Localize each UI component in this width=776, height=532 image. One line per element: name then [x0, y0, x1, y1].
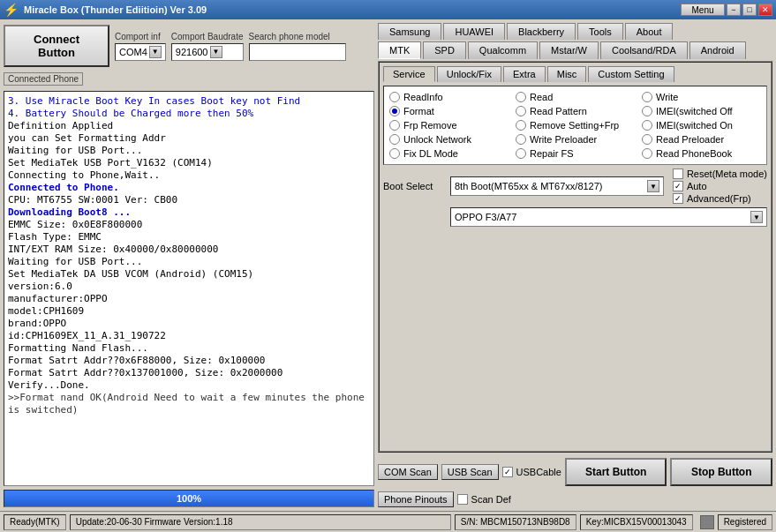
options-grid: ReadInfoReadWriteFormatRead PatternIMEI(…	[383, 86, 767, 165]
top-tab-huawei[interactable]: HUAWEI	[443, 23, 505, 40]
radio-label: Frp Remove	[403, 120, 457, 131]
log-line: Verify...Done.	[8, 379, 370, 392]
title-bar: ⚡ Miracle Box (Thunder Ediitioin) Ver 3.…	[0, 0, 776, 19]
radio-circle	[642, 148, 652, 159]
device-select-dropdown[interactable]: OPPO F3/A77 ▼	[450, 207, 767, 227]
scan-def-checkbox[interactable]: Scan Def	[457, 494, 511, 505]
mid-tab-spd[interactable]: SPD	[423, 41, 466, 59]
radio-circle	[516, 92, 526, 102]
boot-select-label: Boot Select	[383, 181, 445, 191]
radio-option-imei-switched-off[interactable]: IMEI(switched Off	[642, 106, 761, 116]
mid-tab-mtk[interactable]: MTK	[378, 41, 421, 59]
boot-select-dropdown[interactable]: 8th Boot(MT65xx & MT67xx/8127) ▼	[450, 176, 664, 196]
radio-label: Remove Setting+Frp	[530, 120, 619, 131]
sub-tab-extra[interactable]: Extra	[503, 66, 546, 82]
radio-option-unlock-network[interactable]: Unlock Network	[389, 134, 509, 145]
radio-label: Read Preloader	[656, 134, 724, 145]
boot-select-row: Boot Select 8th Boot(MT65xx & MT67xx/812…	[383, 169, 767, 204]
com-scan-button[interactable]: COM Scan	[378, 464, 438, 480]
radio-label: IMEI(switched On	[656, 120, 733, 131]
start-button[interactable]: Start Button	[565, 458, 667, 486]
search-input[interactable]	[249, 43, 346, 61]
radio-option-imei-switched-on[interactable]: IMEI(switched On	[642, 120, 761, 131]
radio-label: Fix DL Mode	[403, 148, 458, 159]
log-line: Set MediaTek USB Port_V1632 (COM14)	[8, 157, 370, 169]
comport-dropdown-arrow[interactable]: ▼	[149, 46, 162, 58]
checkbox-label: Reset(Meta mode)	[687, 169, 767, 179]
log-line: brand:OPPO	[8, 318, 370, 330]
radio-circle	[642, 134, 652, 145]
checkbox-label: Advanced(Frp)	[687, 193, 751, 204]
log-line: you can Set Formatting Addr	[8, 132, 370, 145]
checkbox-box	[673, 181, 683, 191]
top-tab-about[interactable]: About	[625, 23, 674, 40]
top-tab-tools[interactable]: Tools	[577, 23, 623, 40]
device-select-value: OPPO F3/A77	[455, 212, 516, 222]
mid-tab-mstar-w[interactable]: Mstar/W	[539, 41, 599, 59]
radio-option-read-pattern[interactable]: Read Pattern	[516, 106, 635, 116]
radio-option-repair-fs[interactable]: Repair FS	[516, 148, 635, 159]
radio-option-read[interactable]: Read	[516, 92, 635, 102]
radio-circle	[516, 120, 526, 131]
log-line: EMMC Size: 0x0E8F800000	[8, 219, 370, 231]
connect-button[interactable]: Connect Button	[4, 25, 109, 67]
usb-cable-checkbox-box	[502, 467, 513, 477]
log-line: version:6.0	[8, 281, 370, 293]
checkbox-reset-meta-mode-[interactable]: Reset(Meta mode)	[673, 169, 767, 179]
menu-button[interactable]: Menu	[681, 4, 725, 16]
radio-option-read-phonebook[interactable]: Read PhoneBook	[642, 148, 761, 159]
status-icon	[700, 515, 714, 529]
bottom-action-bar: COM Scan USB Scan USBCable Start Button …	[378, 454, 772, 490]
mid-tab-android[interactable]: Android	[689, 41, 746, 59]
device-select-arrow[interactable]: ▼	[750, 211, 763, 223]
radio-option-write-preloader[interactable]: Write Preloader	[516, 134, 635, 145]
sub-tab-service[interactable]: Service	[383, 66, 435, 82]
baud-label: Comport Baudrate	[171, 32, 244, 41]
radio-option-fix-dl-mode[interactable]: Fix DL Mode	[389, 148, 509, 159]
boot-select-value: 8th Boot(MT65xx & MT67xx/8127)	[455, 181, 603, 191]
sub-tab-misc[interactable]: Misc	[547, 66, 587, 82]
phone-pinouts-button[interactable]: Phone Pinouts	[378, 491, 454, 507]
top-tab-blackberry[interactable]: Blackberry	[507, 23, 576, 40]
radio-label: ReadInfo	[403, 92, 443, 102]
radio-option-format[interactable]: Format	[389, 106, 509, 116]
radio-option-remove-setting-frp[interactable]: Remove Setting+Frp	[516, 120, 635, 131]
comport-value: COM4	[119, 47, 147, 57]
radio-option-write[interactable]: Write	[642, 92, 761, 102]
stop-button[interactable]: Stop Button	[670, 458, 772, 486]
mid-tab-row: MTKSPDQualcommMstar/WCoolsand/RDAAndroid	[378, 41, 772, 59]
checkbox-auto[interactable]: Auto	[673, 181, 767, 191]
minimize-button[interactable]: −	[727, 4, 741, 16]
radio-option-read-preloader[interactable]: Read Preloader	[642, 134, 761, 145]
comport-input[interactable]: COM4 ▼	[115, 43, 166, 61]
scan-def-label: Scan Def	[471, 494, 511, 505]
radio-option-readinfo[interactable]: ReadInfo	[389, 92, 509, 102]
status-registered: Registered	[718, 514, 772, 530]
log-line: Waiting for USB Port...	[8, 145, 370, 157]
usb-cable-checkbox[interactable]: USBCable	[502, 467, 561, 477]
close-button[interactable]: ✕	[758, 4, 772, 16]
radio-circle	[642, 120, 652, 131]
radio-option-frp-remove[interactable]: Frp Remove	[389, 120, 509, 131]
mid-tab-coolsand-rda[interactable]: Coolsand/RDA	[600, 41, 688, 59]
baud-input[interactable]: 921600 ▼	[171, 43, 244, 61]
boot-select-arrow[interactable]: ▼	[647, 180, 659, 192]
status-serial: S/N: MBCM150713NB98D8	[455, 514, 576, 530]
maximize-button[interactable]: □	[742, 4, 757, 16]
sub-tab-unlock/fix[interactable]: Unlock/Fix	[437, 66, 501, 82]
progress-bar-fill: 100%	[4, 491, 373, 506]
log-line: Formatting Nand Flash...	[8, 342, 370, 355]
log-line: Set MediaTek DA USB VCOM (Android) (COM1…	[8, 268, 370, 281]
app-icon: ⚡	[4, 3, 19, 17]
baud-dropdown-arrow[interactable]: ▼	[210, 46, 222, 58]
radio-label: Write Preloader	[530, 134, 597, 145]
log-area[interactable]: 3. Use Miracle Boot Key In cases Boot ke…	[4, 91, 374, 486]
radio-circle	[516, 148, 526, 159]
mid-tab-qualcomm[interactable]: Qualcomm	[468, 41, 538, 59]
top-tab-samsung[interactable]: Samsung	[378, 23, 441, 40]
radio-label: IMEI(switched Off	[656, 106, 733, 116]
usb-scan-button[interactable]: USB Scan	[441, 464, 499, 480]
sub-tab-custom-setting[interactable]: Custom Setting	[588, 66, 674, 82]
log-line: >>Format nand OK(Android Need to wait a …	[8, 392, 370, 416]
checkbox-advanced-frp-[interactable]: Advanced(Frp)	[673, 193, 767, 204]
